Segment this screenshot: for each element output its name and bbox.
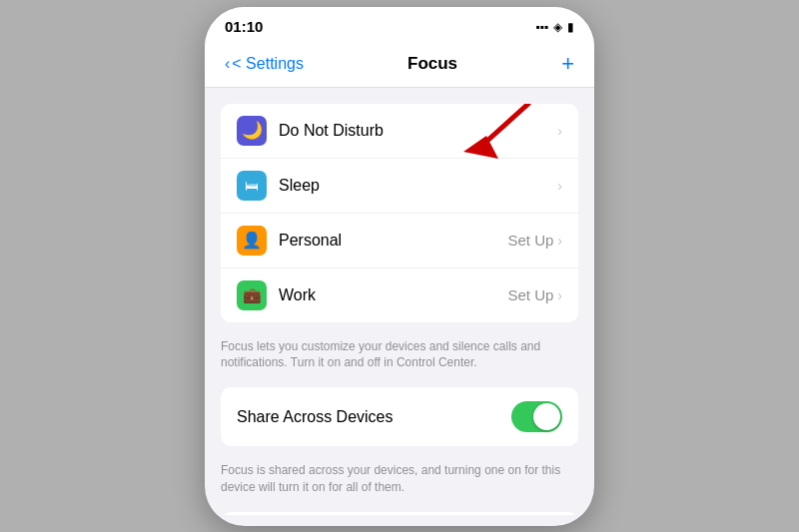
work-right: Set Up › — [507, 286, 562, 303]
work-setup: Set Up — [507, 286, 553, 303]
focus-status-section: Focus Status On › — [221, 512, 578, 515]
focus-status-row[interactable]: Focus Status On › — [221, 512, 578, 515]
share-toggle-row[interactable]: Share Across Devices — [221, 387, 578, 446]
personal-setup: Set Up — [507, 232, 553, 249]
dnd-right: › — [557, 123, 562, 139]
work-label: Work — [279, 286, 507, 304]
share-description: Focus is shared across your devices, and… — [205, 454, 594, 512]
list-item[interactable]: 💼 Work Set Up › — [221, 268, 578, 322]
wifi-signal-icon: ▪▪▪ — [535, 20, 548, 34]
sleep-label: Sleep — [279, 177, 557, 195]
chevron-icon: › — [557, 287, 562, 303]
focus-list: 🌙 Do Not Disturb › — [221, 104, 578, 322]
wifi-icon: ◈ — [553, 20, 562, 34]
nav-bar: ‹ < Settings Focus + — [205, 43, 594, 88]
back-label: < Settings — [232, 55, 304, 73]
dnd-label: Do Not Disturb — [279, 122, 557, 140]
share-label: Share Across Devices — [237, 408, 511, 426]
battery-icon: ▮ — [567, 20, 574, 34]
chevron-icon: › — [557, 233, 562, 249]
sleep-right: › — [557, 178, 562, 194]
dnd-icon: 🌙 — [237, 116, 267, 146]
focus-description: Focus lets you customize your devices an… — [205, 330, 594, 388]
share-section: Share Across Devices — [221, 387, 578, 446]
back-button[interactable]: ‹ < Settings — [225, 55, 304, 73]
share-toggle[interactable] — [511, 401, 562, 432]
status-time: 01:10 — [225, 18, 263, 35]
personal-label: Personal — [279, 232, 507, 250]
page-title: Focus — [407, 54, 457, 74]
chevron-icon: › — [557, 178, 562, 194]
personal-icon: 👤 — [237, 226, 267, 256]
main-content: 🌙 Do Not Disturb › — [205, 88, 594, 515]
phone-frame: 01:10 ▪▪▪ ◈ ▮ ‹ < Settings Focus + 🌙 Do … — [205, 7, 594, 526]
personal-right: Set Up › — [507, 232, 562, 249]
list-item[interactable]: 👤 Personal Set Up › — [221, 214, 578, 268]
list-item[interactable]: 🛏 Sleep › — [221, 159, 578, 214]
sleep-icon: 🛏 — [237, 171, 267, 201]
toggle-knob — [533, 403, 560, 430]
status-bar: 01:10 ▪▪▪ ◈ ▮ — [205, 7, 594, 43]
scroll-content: 🌙 Do Not Disturb › — [205, 88, 594, 515]
chevron-left-icon: ‹ — [225, 55, 230, 73]
chevron-icon: › — [557, 123, 562, 139]
add-button[interactable]: + — [561, 51, 574, 77]
status-icons: ▪▪▪ ◈ ▮ — [535, 20, 574, 34]
work-icon: 💼 — [237, 280, 267, 310]
list-item[interactable]: 🌙 Do Not Disturb › — [221, 104, 578, 159]
